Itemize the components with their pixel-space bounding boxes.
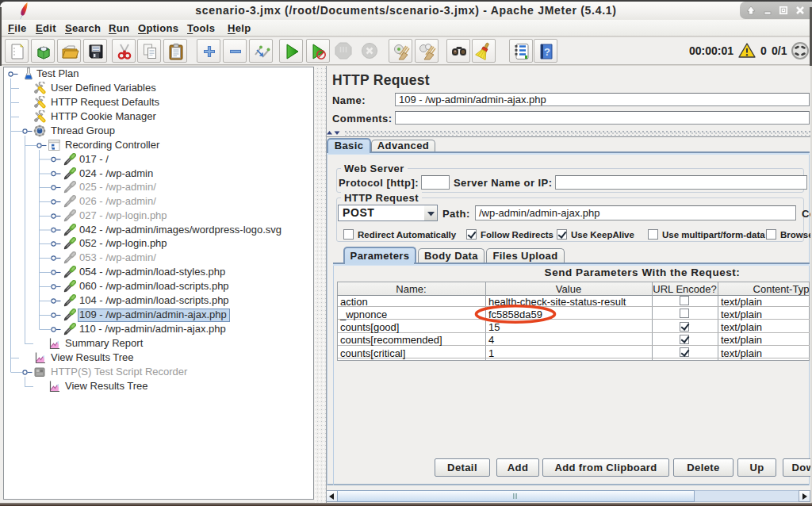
svg-text:?: ? xyxy=(544,46,550,58)
